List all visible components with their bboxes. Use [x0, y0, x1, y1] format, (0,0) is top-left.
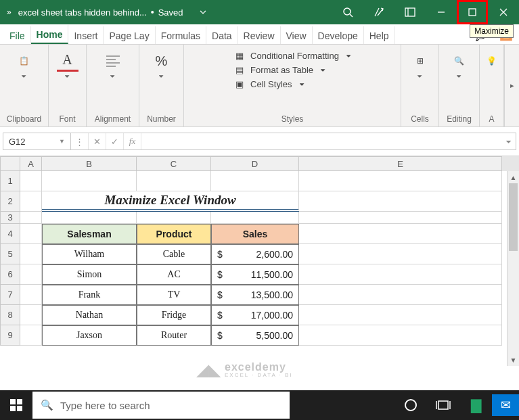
cell[interactable]: AC	[137, 264, 211, 285]
minimize-button[interactable]	[426, 0, 457, 24]
cell[interactable]: Fridge	[137, 305, 211, 325]
cell[interactable]	[299, 224, 502, 244]
tab-data[interactable]: Data	[206, 26, 238, 44]
cell[interactable]: Frank	[42, 285, 137, 305]
cell[interactable]: Sales	[211, 224, 299, 244]
cell[interactable]	[20, 224, 42, 244]
cell[interactable]: Cable	[137, 244, 211, 264]
tab-formulas[interactable]: Formulas	[156, 26, 206, 44]
cortana-icon[interactable]	[394, 398, 427, 412]
cell[interactable]	[137, 171, 211, 191]
tab-review[interactable]: Review	[238, 26, 281, 44]
maximize-button[interactable]	[457, 0, 488, 24]
row-header[interactable]: 8	[0, 305, 20, 325]
excel-app-icon[interactable]: ▇	[459, 397, 492, 413]
cell[interactable]: $11,500.00	[211, 264, 299, 285]
col-header-e[interactable]: E	[299, 156, 502, 171]
cell[interactable]: Jaxson	[42, 325, 137, 346]
cell[interactable]	[137, 212, 211, 224]
cell[interactable]: $17,000.00	[211, 305, 299, 325]
row-header[interactable]: 4	[0, 224, 20, 244]
tab-page-layout[interactable]: Page Lay	[104, 26, 155, 44]
row-header[interactable]: 5	[0, 244, 20, 264]
paste-button[interactable]: 📋 ⏷	[14, 50, 35, 80]
cell[interactable]: Simon	[42, 264, 137, 285]
cell[interactable]	[20, 244, 42, 264]
cell[interactable]	[20, 285, 42, 305]
col-header-c[interactable]: C	[137, 156, 211, 171]
cell[interactable]	[42, 171, 137, 191]
conditional-formatting-button[interactable]: ▦Conditional Formatting⏷	[233, 49, 352, 63]
cell[interactable]	[299, 191, 502, 212]
enter-formula-icon[interactable]: ✓	[106, 133, 124, 149]
insert-function-icon[interactable]: fx	[124, 133, 141, 149]
tab-insert[interactable]: Insert	[68, 26, 104, 44]
col-header-d[interactable]: D	[211, 156, 299, 171]
cell[interactable]: Salesman	[42, 224, 137, 244]
cell[interactable]	[299, 305, 502, 325]
font-button[interactable]: A ⏷	[57, 50, 78, 80]
cell[interactable]	[42, 212, 137, 224]
dropdown-icon[interactable]	[187, 0, 219, 24]
cell[interactable]: $2,600.00	[211, 244, 299, 264]
vertical-scrollbar[interactable]: ▲ ▼	[507, 171, 519, 366]
row-header[interactable]: 1	[0, 171, 20, 191]
close-button[interactable]	[488, 0, 519, 24]
autosave-icon[interactable]	[363, 0, 394, 24]
tab-view[interactable]: View	[281, 26, 313, 44]
analysis-button[interactable]: 💡	[481, 50, 503, 72]
cell[interactable]: TV	[137, 285, 211, 305]
row-header[interactable]: 3	[0, 212, 20, 224]
tab-home[interactable]: Home	[31, 25, 69, 44]
cell[interactable]	[299, 325, 502, 346]
cell[interactable]	[20, 305, 42, 325]
name-box[interactable]: G12▼	[3, 133, 71, 149]
sheet-title[interactable]: Maximize Excel Window	[42, 191, 299, 212]
cell[interactable]	[20, 171, 42, 191]
taskbar-search[interactable]: 🔍 Type here to search	[32, 392, 290, 419]
scroll-up-icon[interactable]: ▲	[507, 171, 519, 183]
cell[interactable]	[299, 171, 502, 191]
cell[interactable]	[299, 212, 502, 224]
cell[interactable]	[20, 264, 42, 285]
row-header[interactable]: 2	[0, 191, 20, 212]
cell[interactable]	[299, 285, 502, 305]
scroll-thumb[interactable]	[509, 183, 518, 251]
tab-help[interactable]: Help	[364, 26, 395, 44]
range-selector-icon[interactable]: ⋮	[71, 133, 89, 149]
col-header-a[interactable]: A	[20, 156, 42, 171]
cell[interactable]	[20, 191, 42, 212]
format-as-table-button[interactable]: ▤Format as Table⏷	[233, 63, 352, 77]
alignment-button[interactable]: ⏷	[102, 50, 124, 80]
cell[interactable]	[211, 212, 299, 224]
tab-file[interactable]: File	[4, 26, 31, 44]
formula-input[interactable]	[141, 137, 502, 147]
cancel-formula-icon[interactable]: ✕	[89, 133, 106, 149]
spreadsheet-grid[interactable]: A B C D E 12Maximize Excel Window34Sales…	[0, 156, 519, 366]
editing-button[interactable]: 🔍 ⏷	[449, 50, 470, 80]
cell[interactable]: Router	[137, 325, 211, 346]
start-button[interactable]	[0, 399, 32, 411]
col-header-b[interactable]: B	[42, 156, 137, 171]
cell[interactable]	[20, 212, 42, 224]
cells-button[interactable]: ⊞ ⏷	[409, 50, 431, 80]
cell[interactable]: Product	[137, 224, 211, 244]
number-button[interactable]: % ⏷	[151, 50, 173, 80]
task-view-icon[interactable]	[427, 399, 459, 411]
cell[interactable]: Nathan	[42, 305, 137, 325]
ribbon-overflow[interactable]: ▸	[504, 45, 519, 126]
autosave-chevron-icon[interactable]: »	[0, 7, 18, 17]
cell-styles-button[interactable]: ▣Cell Styles⏷	[233, 77, 352, 91]
select-all-corner[interactable]	[0, 156, 20, 171]
search-icon[interactable]	[332, 0, 363, 24]
cell[interactable]: $5,500.00	[211, 325, 299, 346]
ribbon-display-icon[interactable]	[394, 0, 426, 24]
row-header[interactable]: 7	[0, 285, 20, 305]
cell[interactable]	[20, 325, 42, 346]
cell[interactable]	[211, 171, 299, 191]
cell[interactable]: Wilham	[42, 244, 137, 264]
scroll-down-icon[interactable]: ▼	[507, 354, 519, 366]
row-header[interactable]: 6	[0, 264, 20, 285]
namebox-dropdown-icon[interactable]: ▼	[59, 138, 65, 145]
tab-developer[interactable]: Develope	[313, 26, 364, 44]
